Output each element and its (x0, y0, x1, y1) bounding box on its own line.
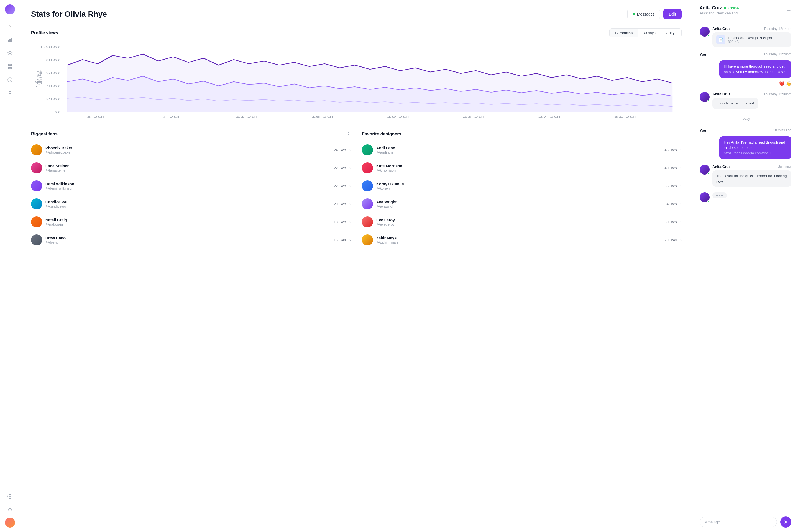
sidebar-item-components[interactable] (4, 61, 16, 72)
list-item[interactable]: Natali Craig @nat.craig 18 likes › (31, 213, 351, 231)
message-meta: Anita Cruz Thursday 12:14pm (712, 26, 791, 31)
outgoing-row: I'll have a more thorough read and get b… (700, 60, 791, 78)
chevron-icon: › (680, 238, 682, 243)
message-link[interactable]: https://docs.google.com/docu... (724, 151, 774, 155)
tab-30-days[interactable]: 30 days (638, 28, 661, 37)
fan-likes-4: 18 likes (334, 220, 346, 224)
tab-7-days[interactable]: 7 days (661, 28, 681, 37)
biggest-fans-header: Biggest fans ⋮ (31, 132, 351, 137)
list-item[interactable]: Eve Leroy @eve.leroy 30 likes › (362, 213, 682, 231)
avatar-kate (362, 163, 373, 173)
message-time: Thursday 12:14pm (764, 27, 791, 31)
avatar-anita-3 (700, 165, 709, 174)
message-input[interactable] (700, 517, 777, 527)
user-avatar[interactable] (5, 518, 15, 528)
message-sender-name: Anita Cruz (712, 92, 730, 96)
fan-handle-1: @lanasteiner (45, 168, 334, 172)
list-item[interactable]: Ava Wright @avawright 34 likes › (362, 195, 682, 213)
biggest-fans-more-icon[interactable]: ⋮ (346, 132, 351, 137)
sidebar-item-analytics[interactable] (4, 34, 16, 45)
x-tick-3jul: 3 Jul (87, 115, 104, 118)
list-item[interactable]: Candice Wu @candicewu 20 likes › (31, 195, 351, 213)
list-item[interactable]: Drew Cano @drewc 16 likes › (31, 231, 351, 249)
svg-rect-1 (10, 39, 11, 42)
list-item[interactable]: Demi Wilkinson @demi_wilkinson 22 likes … (31, 177, 351, 195)
fan-handle-4: @nat.craig (45, 222, 334, 226)
sidebar-item-settings[interactable]: ⚙ (4, 504, 16, 515)
designer-likes-1: 40 likes (665, 166, 677, 170)
app-logo[interactable] (5, 4, 15, 14)
reaction-wave: 👋 (786, 81, 791, 87)
message-sender-name: Anita Cruz (712, 165, 730, 169)
profile-views-chart: 1,000 800 600 400 200 0 Profile views (31, 43, 682, 120)
chevron-icon: › (680, 184, 682, 188)
designer-likes-0: 46 likes (665, 148, 677, 152)
tab-12-months[interactable]: 12 months (610, 28, 638, 37)
designer-handle-4: @eve.leroy (376, 222, 665, 226)
fan-likes-3: 20 likes (334, 202, 346, 206)
status-dot (707, 34, 709, 37)
messages-button[interactable]: Messages (627, 9, 660, 19)
svg-point-8 (9, 92, 11, 93)
edit-button[interactable]: Edit (663, 9, 682, 19)
chat-navigate-icon[interactable]: → (786, 7, 791, 13)
fan-name-1: Lana Steiner (45, 164, 334, 168)
message-content: Anita Cruz Just now Thank you for the qu… (712, 165, 791, 187)
message-sender-name: Anita Cruz (712, 26, 730, 31)
list-item[interactable]: Zahir Mays @zahir_mays 28 likes › (362, 231, 682, 249)
typing-dot-2 (719, 194, 720, 196)
avatar-andi (362, 144, 373, 155)
profile-views-section: Profile views 12 months 30 days 7 days 1… (31, 28, 682, 120)
date-divider: Today (700, 117, 791, 120)
message-group: You Thursday 12:29pm I'll have a more th… (700, 52, 791, 87)
list-item[interactable]: Koray Okumus @korayy 36 likes › (362, 177, 682, 195)
reaction-heart: ❤️ (779, 81, 785, 87)
biggest-fans-section: Biggest fans ⋮ Phoenix Baker @phoenix.ba… (31, 132, 351, 249)
sidebar-item-home[interactable]: ⌂ (4, 21, 16, 32)
designer-name-0: Andi Lane (376, 146, 665, 150)
send-button[interactable] (780, 516, 791, 528)
designer-name-1: Kate Morrison (376, 164, 665, 168)
favorite-designers-title: Favorite designers (362, 132, 401, 137)
message-sender-you: You (700, 128, 706, 132)
favorite-designers-more-icon[interactable]: ⋮ (677, 132, 682, 137)
sidebar-bottom: ⚙ (4, 491, 16, 528)
fan-handle-3: @candicewu (45, 204, 334, 208)
chevron-icon: › (680, 220, 682, 225)
time-period-tabs: 12 months 30 days 7 days (609, 28, 682, 37)
profile-views-title: Profile views (31, 31, 58, 36)
list-item[interactable]: Kate Morrison @kmorrison 40 likes › (362, 159, 682, 177)
designer-handle-0: @andilane (376, 150, 665, 154)
list-item[interactable]: Andi Lane @andilane 46 likes › (362, 141, 682, 159)
online-indicator (632, 13, 635, 15)
file-message[interactable]: 📄 Dashboard Design Brief.pdf 800 KB (712, 33, 791, 47)
sidebar-item-layers[interactable] (4, 48, 16, 59)
typing-dot-3 (721, 194, 723, 196)
sidebar-item-users[interactable] (4, 88, 16, 99)
avatar-candice (31, 198, 42, 209)
sidebar-item-team[interactable] (4, 491, 16, 502)
sidebar: ⌂ ⚙ (0, 0, 20, 532)
header-actions: Messages Edit (627, 9, 682, 19)
message-meta: Anita Cruz Thursday 12:30pm (712, 92, 791, 96)
favorite-designers-list: Andi Lane @andilane 46 likes › Kate Morr… (362, 141, 682, 249)
chevron-icon: › (680, 147, 682, 152)
y-tick-400: 400 (46, 84, 60, 88)
svg-rect-2 (11, 38, 12, 42)
x-tick-31jul: 31 Jul (614, 115, 636, 118)
chart-svg: 1,000 800 600 400 200 0 Profile views (31, 43, 682, 120)
profile-views-header: Profile views 12 months 30 days 7 days (31, 28, 682, 37)
x-tick-19jul: 19 Jul (387, 115, 409, 118)
favorite-designers-section: Favorite designers ⋮ Andi Lane @andilane… (362, 132, 682, 249)
designer-name-2: Koray Okumus (376, 182, 665, 186)
list-item[interactable]: Phoenix Baker @phoenix.baker 24 likes › (31, 141, 351, 159)
svg-rect-3 (8, 64, 10, 66)
favorite-designers-header: Favorite designers ⋮ (362, 132, 682, 137)
designer-handle-1: @kmorrison (376, 168, 665, 172)
sidebar-item-schedule[interactable] (4, 74, 16, 86)
list-item[interactable]: Lana Steiner @lanasteiner 22 likes › (31, 159, 351, 177)
status-dot (707, 200, 709, 202)
message-row: Anita Cruz Thursday 12:30pm Sounds perfe… (700, 92, 791, 109)
fan-handle-0: @phoenix.baker (45, 150, 334, 154)
chevron-icon: › (349, 202, 351, 206)
